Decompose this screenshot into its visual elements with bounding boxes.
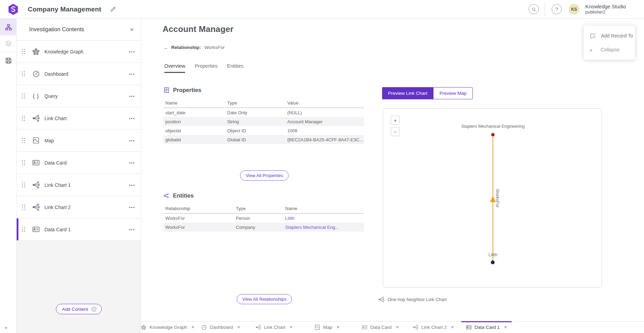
bottom-tab-map[interactable]: Map ✕: [300, 322, 354, 333]
sidebar-item-link-chart-1[interactable]: Link Chart 1 •••: [17, 174, 141, 196]
column-header: Name: [163, 100, 225, 106]
drag-handle-icon[interactable]: [22, 71, 25, 76]
sidebar-item-data-card[interactable]: Data Card •••: [17, 152, 141, 174]
bottom-tab-data-card[interactable]: Data Card ✕: [354, 322, 407, 333]
investigation-contents-icon: [5, 24, 12, 31]
edit-title-icon[interactable]: [110, 6, 116, 13]
context-menu: Add Record To » Collapse: [584, 26, 635, 60]
preview-map-button[interactable]: Preview Map: [433, 87, 473, 99]
view-all-relationships-button[interactable]: View All Relationships: [237, 294, 292, 304]
preview-link-chart-button[interactable]: Preview Link Chart: [382, 87, 433, 99]
page-title: Account Manager: [163, 24, 233, 34]
bottom-tab-link-chart-2[interactable]: Link Chart 2 ✕: [407, 322, 460, 333]
view-all-properties-button[interactable]: View All Properties: [240, 170, 289, 181]
close-sidebar-icon[interactable]: ✕: [130, 27, 134, 32]
column-header: Value: [285, 100, 364, 106]
person-node-label[interactable]: Lilith: [441, 252, 545, 257]
preview-caption: One-hop Neighbor Link Chart: [378, 296, 447, 303]
close-tab-icon[interactable]: ✕: [396, 325, 399, 330]
drag-handle-icon[interactable]: [22, 227, 25, 232]
close-tab-icon[interactable]: ✕: [337, 325, 340, 330]
tab-label: Link Chart: [264, 325, 286, 330]
sidebar-item-link-chart-2[interactable]: Link Chart 2 •••: [17, 196, 141, 218]
entity-link[interactable]: Staplers Mechanical Eng...: [283, 225, 364, 230]
tab-label: Dashboard: [210, 325, 233, 330]
sidebar-item-label: Link Chart 1: [44, 182, 71, 188]
company-node[interactable]: [491, 133, 495, 136]
item-menu-icon[interactable]: •••: [129, 205, 135, 209]
chevron-up-circle-icon: [91, 306, 97, 312]
sidebar-header: Investigation Contents ✕: [17, 19, 141, 41]
drag-handle-icon[interactable]: [22, 205, 25, 210]
drag-handle-icon[interactable]: [22, 116, 25, 121]
person-node[interactable]: [491, 260, 495, 264]
item-menu-icon[interactable]: •••: [129, 183, 135, 187]
item-menu-icon[interactable]: •••: [129, 50, 135, 54]
cell-value: (NULL): [285, 110, 364, 115]
item-menu-icon[interactable]: •••: [129, 161, 135, 165]
add-content-button[interactable]: Add Content: [56, 304, 101, 314]
table-row: WorksFor Company Staplers Mechanical Eng…: [163, 223, 364, 232]
item-menu-icon[interactable]: •••: [129, 139, 135, 143]
item-menu-icon[interactable]: •••: [129, 72, 135, 76]
tab-overview[interactable]: Overview: [164, 63, 185, 73]
sidebar-item-label: Map: [44, 138, 54, 143]
tab-properties[interactable]: Properties: [195, 63, 217, 73]
dashboard-icon: [201, 324, 207, 330]
tab-label: Map: [323, 325, 332, 330]
sidebar-item-dashboard[interactable]: Dashboard •••: [17, 63, 141, 85]
company-node-label[interactable]: Staplers Mechanical Engineering: [441, 124, 545, 129]
cell-type: Company: [234, 225, 283, 230]
table-row: objectid Object ID 1008: [163, 126, 364, 135]
knowledge-graph-icon: [141, 324, 147, 330]
bottom-tab-bar: Knowledge Graph ✕ Dashboard ✕ Link Chart…: [141, 321, 644, 333]
drag-handle-icon[interactable]: [22, 160, 25, 165]
sidebar-item-knowledge-graph[interactable]: Knowledge Graph •••: [17, 41, 141, 63]
drag-handle-icon[interactable]: [22, 138, 25, 143]
drag-handle-icon[interactable]: [22, 49, 25, 54]
item-menu-icon[interactable]: •••: [129, 94, 135, 98]
rail-item-investigation-contents[interactable]: [0, 19, 17, 35]
sidebar-item-query[interactable]: { } Query •••: [17, 85, 141, 107]
entity-link[interactable]: Lilith: [283, 216, 364, 221]
user-avatar[interactable]: KS: [569, 4, 579, 15]
drag-handle-icon[interactable]: [22, 182, 25, 188]
rail-item-save[interactable]: [0, 52, 17, 69]
link-chart-preview-panel[interactable]: + − Staplers Mechanical Engineering Work…: [383, 108, 602, 288]
menu-item-add-record-to[interactable]: Add Record To: [584, 29, 635, 43]
data-card-icon: [32, 225, 40, 233]
sidebar-item-label: Query: [44, 93, 58, 99]
zoom-out-button[interactable]: −: [391, 127, 400, 136]
cell-value: 1008: [285, 128, 364, 133]
bottom-tab-data-card-1[interactable]: Data Card 1 ✕: [460, 322, 513, 333]
bottom-tab-dashboard[interactable]: Dashboard ✕: [194, 322, 247, 333]
close-tab-icon[interactable]: ✕: [237, 325, 240, 330]
zoom-in-button[interactable]: +: [391, 116, 400, 125]
investigation-contents-panel: Investigation Contents ✕ Knowledge Graph…: [17, 19, 141, 333]
bottom-tab-link-chart[interactable]: Link Chart ✕: [247, 322, 300, 333]
drag-handle-icon[interactable]: [22, 93, 25, 99]
bottom-tab-knowledge-graph[interactable]: Knowledge Graph ✕: [141, 322, 194, 333]
product-name: Knowledge Studio: [585, 4, 626, 10]
item-menu-icon[interactable]: •••: [129, 227, 135, 232]
tab-label: Knowledge Graph: [149, 325, 187, 330]
close-tab-icon[interactable]: ✕: [504, 325, 507, 330]
close-tab-icon[interactable]: ✕: [289, 325, 292, 330]
item-menu-icon[interactable]: •••: [129, 116, 135, 120]
sidebar-item-map[interactable]: Map •••: [17, 130, 141, 152]
properties-section: Properties Name Type Value start_date Da…: [163, 87, 366, 144]
user-name: publisher2: [585, 10, 626, 15]
search-button[interactable]: [529, 4, 539, 14]
properties-table-header: Name Type Value: [163, 98, 364, 108]
expand-panel-chevrons-icon[interactable]: »: [5, 324, 7, 330]
menu-item-collapse[interactable]: » Collapse: [584, 43, 635, 57]
help-button[interactable]: ?: [552, 4, 562, 14]
sidebar-item-link-chart[interactable]: Link Chart •••: [17, 107, 141, 130]
tab-entities[interactable]: Entities: [227, 63, 244, 73]
sidebar-item-data-card-1[interactable]: Data Card 1 •••: [17, 218, 141, 241]
close-tab-icon[interactable]: ✕: [451, 325, 454, 330]
add-content-label: Add Content: [62, 307, 88, 312]
rail-item-layers[interactable]: [0, 35, 17, 52]
preview-toggle: Preview Link Chart Preview Map: [382, 87, 473, 99]
preview-caption-label: One-hop Neighbor Link Chart: [388, 297, 447, 302]
